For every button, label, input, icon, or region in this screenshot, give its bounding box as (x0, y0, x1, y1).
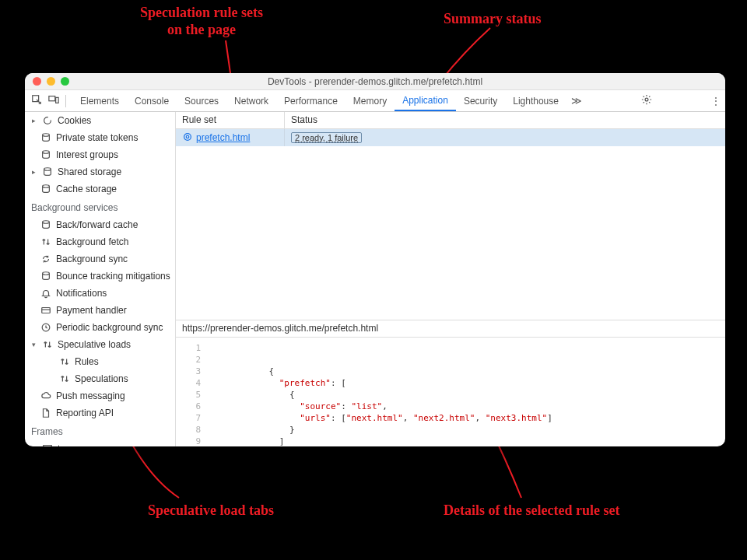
tab-sources[interactable]: Sources (177, 90, 226, 111)
sidebar-item-bounce[interactable]: Bounce tracking mitigations (25, 268, 175, 285)
rules-table-row[interactable]: prefetch.html 2 ready, 1 failure (176, 129, 725, 146)
sidebar-item-rules[interactable]: Rules (25, 353, 175, 370)
svg-point-5 (43, 134, 50, 137)
sidebar-label: Push messaging (56, 389, 125, 403)
kebab-icon[interactable]: ⋮ (707, 96, 725, 107)
status-chip[interactable]: 2 ready, 1 failure (291, 132, 362, 143)
traffic-lights (33, 77, 69, 86)
tab-network[interactable]: Network (226, 90, 276, 111)
sidebar-label: Private state tokens (56, 131, 138, 145)
database-icon (40, 149, 51, 160)
code-content[interactable]: { "prefetch": [ { "source": "list", "url… (207, 338, 725, 446)
svg-point-7 (44, 168, 51, 171)
sidebar-item-payment[interactable]: Payment handler (25, 302, 175, 319)
sidebar-label: Periodic background sync (56, 320, 163, 334)
svg-point-4 (44, 117, 51, 124)
sidebar-label: Rules (75, 355, 99, 369)
svg-rect-2 (56, 97, 59, 103)
updown-icon (59, 373, 70, 384)
sidebar-item-private-state[interactable]: Private state tokens (25, 129, 175, 146)
sidebar-item-notifications[interactable]: Notifications (25, 285, 175, 302)
sidebar-item-bg-sync[interactable]: Background sync (25, 250, 175, 268)
settings-icon[interactable] (637, 94, 657, 107)
circle-arrow-icon (42, 115, 53, 126)
clock-icon (40, 322, 51, 333)
more-tabs-icon[interactable]: ≫ (566, 95, 587, 107)
updown-icon (40, 236, 51, 247)
code-gutter: 123456789 (176, 338, 207, 446)
sidebar-item-bf-cache[interactable]: Back/forward cache (25, 216, 175, 233)
sidebar-label: top (58, 442, 71, 446)
database-icon (40, 184, 51, 194)
application-sidebar: ▸Cookies Private state tokens Interest g… (25, 112, 176, 446)
tab-lighthouse[interactable]: Lighthouse (505, 90, 566, 111)
document-icon (40, 408, 51, 418)
updown-icon (42, 339, 53, 350)
devtools-tabstrip: Elements Console Sources Network Perform… (25, 90, 725, 112)
annotation-details: Details of the selected rule set (444, 502, 619, 520)
sidebar-label: Bounce tracking mitigations (56, 269, 170, 283)
rules-table-header: Rule set Status (176, 112, 725, 129)
annotation-tabs: Speculative load tabs (148, 502, 274, 520)
tab-console[interactable]: Console (127, 90, 177, 111)
sidebar-label: Cookies (58, 114, 91, 128)
window-title: DevTools - prerender-demos.glitch.me/pre… (25, 76, 725, 87)
sidebar-label: Notifications (56, 286, 107, 300)
close-icon[interactable] (33, 77, 41, 86)
database-icon (40, 219, 51, 230)
col-status[interactable]: Status (285, 112, 725, 128)
sidebar-item-speculative[interactable]: ▾Speculative loads (25, 336, 175, 353)
svg-point-3 (645, 98, 648, 101)
table-empty-area (176, 146, 725, 320)
sidebar-group-frames: Frames (25, 422, 175, 440)
tab-elements[interactable]: Elements (72, 90, 127, 111)
devtools-window: DevTools - prerender-demos.glitch.me/pre… (25, 73, 725, 446)
ruleset-url: https://prerender-demos.glitch.me/prefet… (176, 320, 725, 338)
inspect-icon[interactable] (31, 94, 42, 107)
sidebar-item-speculations[interactable]: Speculations (25, 370, 175, 387)
tab-memory[interactable]: Memory (345, 90, 395, 111)
sidebar-label: Background sync (56, 252, 128, 266)
tab-security[interactable]: Security (456, 90, 505, 111)
svg-point-9 (43, 221, 50, 224)
annotation-summary: Summary status (444, 11, 542, 28)
ruleset-name: prefetch.html (196, 132, 250, 143)
svg-point-8 (43, 185, 50, 188)
sidebar-item-interest-groups[interactable]: Interest groups (25, 146, 175, 163)
sidebar-label: Speculations (75, 372, 128, 386)
sidebar-label: Background fetch (56, 235, 128, 249)
tab-application[interactable]: Application (395, 90, 456, 111)
sidebar-group-bg: Background services (25, 198, 175, 216)
tab-performance[interactable]: Performance (276, 90, 345, 111)
sidebar-label: Shared storage (58, 165, 121, 179)
sidebar-item-cache-storage[interactable]: Cache storage (25, 180, 175, 198)
sidebar-item-cookies[interactable]: ▸Cookies (25, 112, 175, 129)
svg-point-10 (43, 272, 50, 275)
ring-icon (182, 131, 193, 145)
bell-icon (40, 288, 51, 299)
sidebar-item-reporting[interactable]: Reporting API (25, 404, 175, 422)
col-ruleset[interactable]: Rule set (176, 112, 285, 128)
window-icon (42, 443, 53, 446)
updown-icon (59, 356, 70, 367)
database-icon (42, 166, 53, 177)
minimize-icon[interactable] (47, 77, 55, 86)
database-icon (40, 271, 51, 282)
svg-rect-11 (42, 308, 51, 313)
svg-point-14 (184, 133, 191, 140)
card-icon (40, 305, 51, 316)
ruleset-code: 123456789 { "prefetch": [ { "source": "l… (176, 338, 725, 446)
database-icon (40, 132, 51, 143)
sidebar-item-push[interactable]: Push messaging (25, 387, 175, 404)
sidebar-item-shared-storage[interactable]: ▸Shared storage (25, 163, 175, 180)
sidebar-label: Reporting API (56, 406, 114, 420)
sidebar-item-bg-fetch[interactable]: Background fetch (25, 233, 175, 250)
sidebar-label: Speculative loads (58, 338, 131, 352)
titlebar: DevTools - prerender-demos.glitch.me/pre… (25, 73, 725, 90)
maximize-icon[interactable] (61, 77, 69, 86)
device-icon[interactable] (48, 94, 59, 107)
sidebar-item-periodic[interactable]: Periodic background sync (25, 319, 175, 336)
cloud-icon (40, 390, 51, 401)
sidebar-label: Cache storage (56, 182, 117, 196)
sidebar-item-top[interactable]: ▸top (25, 440, 175, 446)
